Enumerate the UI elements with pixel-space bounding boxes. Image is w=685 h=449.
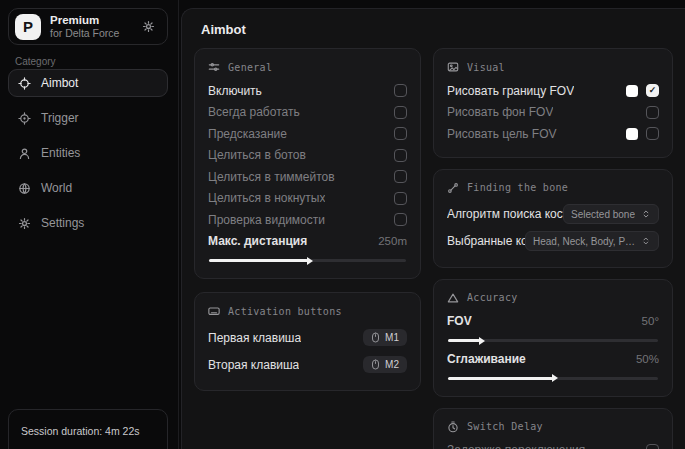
slider-label: FOV <box>447 314 472 328</box>
setting-row: Целиться в нокнутых <box>208 188 407 210</box>
app-window: P Premium for Delta Force Category Aimbo… <box>0 0 685 449</box>
session-duration-label: Session duration: 4m 22s <box>21 425 139 437</box>
enable-checkbox[interactable] <box>394 84 407 97</box>
timer-icon <box>447 421 459 433</box>
fov-target-color-swatch[interactable] <box>626 128 638 140</box>
gear-icon <box>142 20 155 33</box>
session-duration-box: Session duration: 4m 22s <box>8 409 168 449</box>
sidebar-item-label: Settings <box>41 216 84 230</box>
sidebar-item-entities[interactable]: Entities <box>8 139 168 167</box>
slider-value: 250m <box>378 235 407 247</box>
setting-label: Рисовать границу FOV <box>447 84 574 98</box>
page-title: Aimbot <box>194 9 673 48</box>
section-title: Accuracy <box>467 292 518 303</box>
setting-row: Алгоритм поиска кост Selected bone <box>447 201 659 228</box>
always-work-checkbox[interactable] <box>394 106 407 119</box>
keybind-label: Первая клавиша <box>208 331 301 345</box>
keybind-value: M1 <box>385 332 399 343</box>
chevron-up-down-icon <box>641 209 651 219</box>
draw-fov-border-checkbox[interactable] <box>646 84 659 97</box>
smoothing-slider[interactable] <box>448 377 658 380</box>
visual-card: Visual Рисовать границу FOV Рисовать фон… <box>433 48 673 158</box>
globe-icon <box>18 182 31 195</box>
setting-row: Задержка переключения <box>447 440 659 449</box>
switch-delay-checkbox[interactable] <box>646 444 659 449</box>
sidebar-nav: Aimbot Trigger Entities World Settings <box>8 69 168 244</box>
setting-label: Проверка видимости <box>208 213 325 227</box>
sidebar-item-settings[interactable]: Settings <box>8 209 168 237</box>
setting-row: Рисовать фон FOV <box>447 102 659 124</box>
product-card: P Premium for Delta Force <box>8 8 168 45</box>
fov-slider[interactable] <box>448 339 658 342</box>
setting-label: Целиться в ботов <box>208 148 306 162</box>
setting-label: Целиться в нокнутых <box>208 191 325 205</box>
sidebar-item-trigger[interactable]: Trigger <box>8 104 168 132</box>
aim-bots-checkbox[interactable] <box>394 149 407 162</box>
aim-knocked-checkbox[interactable] <box>394 192 407 205</box>
aim-teammates-checkbox[interactable] <box>394 170 407 183</box>
slider-label: Макс. дистанция <box>208 234 307 248</box>
sidebar-settings-button[interactable] <box>140 18 157 35</box>
crosshair-icon <box>18 77 31 90</box>
second-key-binding[interactable]: M2 <box>363 356 407 373</box>
entities-icon <box>18 147 31 160</box>
bone-card: Finding the bone Алгоритм поиска кост Se… <box>433 169 673 268</box>
product-name: Premium <box>50 14 131 27</box>
setting-row: Проверка видимости <box>208 209 407 231</box>
setting-label: Включить <box>208 84 262 98</box>
selected-bones-select[interactable]: Head, Neck, Body, Pe... <box>525 231 659 251</box>
slider-fill <box>448 339 480 342</box>
sidebar-item-label: Trigger <box>41 111 79 125</box>
sidebar-item-world[interactable]: World <box>8 174 168 202</box>
product-logo: P <box>15 14 41 40</box>
slider-fill <box>448 377 553 380</box>
bone-icon <box>447 182 459 194</box>
fov-border-color-swatch[interactable] <box>626 85 638 97</box>
select-value: Head, Neck, Body, Pe... <box>533 236 635 247</box>
setting-label: Целиться в тиммейтов <box>208 170 335 184</box>
draw-fov-target-checkbox[interactable] <box>646 127 659 140</box>
setting-label: Предсказание <box>208 127 287 141</box>
setting-label: Рисовать цель FOV <box>447 127 557 141</box>
section-title: General <box>228 62 272 73</box>
setting-row: Целиться в тиммейтов <box>208 166 407 188</box>
triangle-icon <box>447 292 459 304</box>
setting-row: Рисовать границу FOV <box>447 80 659 102</box>
keybind-row: Первая клавиша M1 <box>208 324 407 351</box>
sidebar-item-aimbot[interactable]: Aimbot <box>8 69 168 97</box>
visibility-check-checkbox[interactable] <box>394 213 407 226</box>
category-label: Category <box>15 56 56 67</box>
section-title: Activation buttons <box>228 306 342 317</box>
sidebar: P Premium for Delta Force Category Aimbo… <box>0 0 179 449</box>
setting-label: Рисовать фон FOV <box>447 105 553 119</box>
slider-label: Сглаживание <box>447 352 526 366</box>
switch-delay-card: Switch Delay Задержка переключения Задер… <box>433 408 673 449</box>
setting-row: Всегда работать <box>208 102 407 124</box>
setting-label: Всегда работать <box>208 105 300 119</box>
max-distance-slider[interactable] <box>209 259 406 262</box>
general-card: General Включить Всегда работать Предска… <box>194 48 421 279</box>
slider-value: 50% <box>636 353 659 365</box>
keyboard-icon <box>208 305 220 317</box>
first-key-binding[interactable]: M1 <box>363 329 407 346</box>
sidebar-item-label: Aimbot <box>41 76 78 90</box>
gear-icon <box>18 217 31 230</box>
sidebar-item-label: World <box>41 181 72 195</box>
image-icon <box>447 61 459 73</box>
slider-value: 50° <box>642 315 659 327</box>
bone-algorithm-select[interactable]: Selected bone <box>563 204 659 224</box>
chevron-up-down-icon <box>641 236 651 246</box>
draw-fov-background-checkbox[interactable] <box>646 106 659 119</box>
prediction-checkbox[interactable] <box>394 127 407 140</box>
setting-row: Выбранные кос Head, Neck, Body, Pe... <box>447 228 659 255</box>
setting-row: Включить <box>208 80 407 102</box>
tune-icon <box>208 61 220 73</box>
setting-row: Целиться в ботов <box>208 145 407 167</box>
section-title: Finding the bone <box>467 182 568 193</box>
product-subtitle: for Delta Force <box>50 27 131 39</box>
setting-label: Алгоритм поиска кост <box>447 207 563 221</box>
mouse-icon <box>371 359 380 370</box>
keybind-row: Вторая клавиша M2 <box>208 351 407 378</box>
accuracy-card: Accuracy FOV 50° Сглаживание 50% <box>433 279 673 397</box>
slider-row: Сглаживание 50% <box>447 348 659 370</box>
